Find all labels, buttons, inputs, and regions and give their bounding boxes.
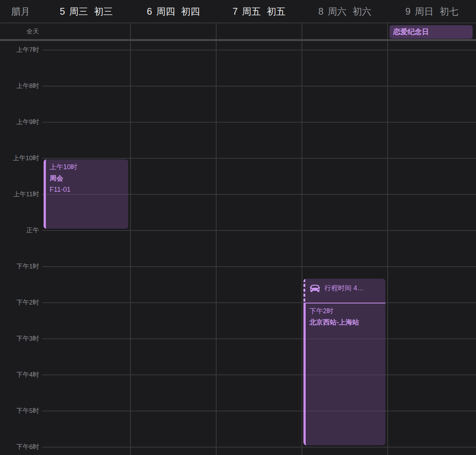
calendar-event[interactable]: 下午2时北京西站-上海站	[303, 303, 385, 445]
day-lunar: 初五	[267, 5, 285, 18]
all-day-event[interactable]: 恋爱纪念日	[390, 25, 473, 39]
travel-label: 行程时间 4…	[324, 282, 364, 294]
event-location: F11-01	[50, 184, 124, 195]
day-weekday: 周六	[327, 5, 346, 18]
travel-row: 行程时间 4…	[303, 279, 385, 294]
day-lunar: 初四	[181, 5, 200, 18]
time-label: 上午7时	[0, 46, 39, 54]
time-label: 上午10时	[0, 154, 39, 162]
hour-gridline	[42, 447, 476, 447]
column-divider	[387, 23, 388, 455]
column-divider	[130, 23, 131, 455]
hour-gridline	[42, 50, 476, 50]
day-weekday: 周日	[415, 5, 434, 18]
time-label: 下午5时	[0, 407, 39, 415]
day-number: 9	[405, 6, 411, 17]
event-title: 周会	[50, 173, 124, 184]
hour-gridline	[42, 375, 476, 375]
column-divider	[216, 23, 217, 455]
lunar-month-label: 腊月	[0, 0, 41, 23]
hour-gridline	[42, 411, 476, 411]
day-header-6[interactable]: 6周四初四	[130, 0, 216, 23]
day-number: 7	[233, 6, 238, 17]
travel-dashed-border	[303, 279, 305, 303]
hour-gridline	[42, 122, 476, 123]
time-label: 下午2时	[0, 299, 39, 307]
time-label: 下午1时	[0, 262, 39, 271]
header-divider	[0, 23, 476, 23]
time-label: 上午9时	[0, 118, 39, 126]
column-divider	[302, 23, 302, 455]
day-header-8[interactable]: 8周六初六	[302, 0, 388, 23]
day-header-9[interactable]: 9周日初七	[388, 0, 476, 23]
day-lunar: 初七	[440, 5, 458, 18]
car-icon	[310, 284, 320, 292]
day-lunar: 初六	[352, 5, 371, 18]
day-header-7[interactable]: 7周五初五	[216, 0, 302, 23]
time-label: 下午3时	[0, 335, 39, 343]
day-header-5[interactable]: 5周三初三	[42, 0, 130, 23]
day-weekday: 周五	[242, 5, 261, 18]
time-label: 上午8时	[0, 82, 39, 90]
time-label: 下午4时	[0, 371, 39, 379]
event-time: 下午2时	[309, 305, 382, 317]
day-number: 8	[318, 6, 324, 17]
travel-time-event[interactable]: 行程时间 4…	[303, 279, 385, 303]
hour-gridline	[42, 86, 476, 86]
day-number: 5	[60, 6, 65, 17]
hour-gridline	[42, 338, 476, 339]
hour-gridline	[42, 230, 476, 231]
time-label: 正午	[0, 226, 39, 235]
calendar-event[interactable]: 上午10时周会F11-01	[44, 159, 128, 229]
hour-gridline	[42, 266, 476, 267]
event-title: 北京西站-上海站	[309, 317, 382, 328]
day-weekday: 周三	[69, 5, 88, 18]
day-number: 6	[147, 6, 152, 17]
time-label: 上午11时	[0, 190, 39, 199]
hour-gridline	[42, 302, 476, 303]
event-time: 上午10时	[50, 161, 124, 173]
calendar-week-view: 腊月 全天 上午7时上午8时上午9时上午10时上午11时正午下午1时下午2时下午…	[0, 0, 476, 455]
day-weekday: 周四	[156, 5, 175, 18]
day-lunar: 初三	[94, 5, 113, 18]
hour-gridline	[42, 158, 476, 159]
all-day-label: 全天	[0, 24, 39, 39]
time-label: 下午6时	[0, 443, 39, 451]
all-day-separator	[0, 39, 476, 41]
